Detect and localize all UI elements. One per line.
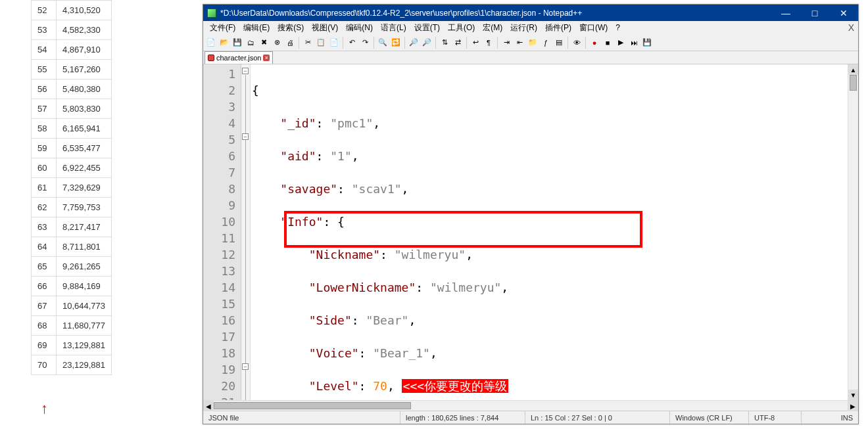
menu-bar[interactable]: 文件(F) 编辑(E) 搜索(S) 视图(V) 编码(N) 语言(L) 设置(T… bbox=[203, 21, 858, 34]
save-all-icon[interactable]: 🗂 bbox=[245, 37, 256, 49]
level-cell: 54 bbox=[32, 40, 57, 60]
outdent-icon[interactable]: ⇤ bbox=[514, 37, 525, 49]
menu-window[interactable]: 窗口(W) bbox=[575, 21, 612, 35]
line-number: 14 bbox=[203, 279, 241, 296]
show-all-icon[interactable]: ¶ bbox=[483, 37, 494, 49]
line-number: 16 bbox=[203, 312, 241, 328]
copy-icon[interactable]: 📋 bbox=[315, 37, 327, 49]
status-insert-mode[interactable]: INS bbox=[836, 411, 858, 424]
line-number: 1 bbox=[203, 66, 241, 82]
menu-language[interactable]: 语言(L) bbox=[377, 21, 410, 35]
menu-encoding[interactable]: 编码(N) bbox=[342, 21, 377, 35]
paste-icon[interactable]: 📄 bbox=[328, 37, 340, 49]
line-number: 7 bbox=[203, 164, 241, 181]
monitor-icon[interactable]: 👁 bbox=[571, 37, 583, 49]
scroll-thumb[interactable] bbox=[850, 75, 857, 91]
open-file-icon[interactable]: 📂 bbox=[218, 37, 230, 49]
menu-close-icon[interactable]: X bbox=[848, 22, 854, 33]
horizontal-scrollbar[interactable]: ◀ ▶ bbox=[203, 400, 858, 411]
xp-cell: 8,217,417 bbox=[57, 217, 112, 237]
cut-icon[interactable]: ✂ bbox=[302, 37, 314, 49]
wrap-icon[interactable]: ↩ bbox=[470, 37, 481, 49]
record-icon[interactable]: ● bbox=[589, 37, 600, 49]
indent-icon[interactable]: ⇥ bbox=[500, 37, 512, 49]
line-number: 8 bbox=[203, 181, 241, 197]
scroll-up-icon[interactable]: ▲ bbox=[848, 64, 858, 75]
file-tab[interactable]: character.json × bbox=[205, 51, 273, 64]
menu-view[interactable]: 视图(V) bbox=[308, 21, 342, 35]
menu-file[interactable]: 文件(F) bbox=[206, 21, 239, 35]
menu-search[interactable]: 搜索(S) bbox=[274, 21, 308, 35]
scroll-down-icon[interactable]: ▼ bbox=[848, 390, 858, 400]
close-file-icon[interactable]: ✖ bbox=[258, 37, 270, 49]
zoom-in-icon[interactable]: 🔎 bbox=[408, 37, 420, 49]
table-row: 544,867,910 bbox=[32, 40, 112, 60]
level-cell: 56 bbox=[32, 79, 57, 99]
level-cell: 53 bbox=[32, 20, 57, 40]
menu-macro[interactable]: 宏(M) bbox=[479, 21, 506, 35]
xp-cell: 5,167,260 bbox=[57, 60, 112, 79]
table-row: 586,165,941 bbox=[32, 119, 112, 139]
xp-cell: 11,680,777 bbox=[57, 316, 112, 336]
find-icon[interactable]: 🔍 bbox=[377, 37, 389, 49]
stop-icon[interactable]: ■ bbox=[602, 37, 614, 49]
fold-box-icon[interactable]: − bbox=[242, 363, 249, 370]
save-icon[interactable]: 💾 bbox=[231, 37, 243, 49]
play-icon[interactable]: ▶ bbox=[615, 37, 627, 49]
editor-area[interactable]: 123456789101112131415161718192021 − − − … bbox=[203, 64, 858, 400]
redo-icon[interactable]: ↷ bbox=[359, 37, 371, 49]
menu-tools[interactable]: 工具(O) bbox=[444, 21, 479, 35]
doc-map-icon[interactable]: ▤ bbox=[553, 37, 565, 49]
close-button[interactable]: ✕ bbox=[829, 5, 858, 21]
app-icon bbox=[207, 9, 216, 18]
replace-icon[interactable]: 🔁 bbox=[390, 37, 402, 49]
print-icon[interactable]: 🖨 bbox=[284, 37, 296, 49]
code-area[interactable]: { "_id": "pmc1", "aid": "1", "savage": "… bbox=[251, 64, 848, 400]
fold-margin[interactable]: − − − bbox=[241, 64, 251, 400]
arrow-up-icon: ↑ bbox=[41, 400, 48, 417]
zoom-out-icon[interactable]: 🔎 bbox=[421, 37, 433, 49]
sync-v-icon[interactable]: ⇅ bbox=[439, 37, 450, 49]
sync-h-icon[interactable]: ⇄ bbox=[452, 37, 464, 49]
menu-run[interactable]: 运行(R) bbox=[506, 21, 541, 35]
status-eol[interactable]: Windows (CR LF) bbox=[670, 411, 749, 424]
code-line: "_id": "pmc1", bbox=[251, 115, 848, 131]
save-macro-icon[interactable]: 💾 bbox=[641, 37, 653, 49]
line-number: 9 bbox=[203, 197, 241, 214]
scroll-right-icon[interactable]: ▶ bbox=[848, 401, 858, 411]
line-number: 2 bbox=[203, 82, 241, 99]
minimize-button[interactable]: — bbox=[771, 5, 800, 21]
undo-icon[interactable]: ↶ bbox=[346, 37, 358, 49]
menu-settings[interactable]: 设置(T) bbox=[410, 21, 444, 35]
close-all-icon[interactable]: ⊗ bbox=[271, 37, 283, 49]
line-number: 5 bbox=[203, 131, 241, 148]
fold-box-icon[interactable]: − bbox=[242, 133, 249, 140]
play-multi-icon[interactable]: ⏭ bbox=[628, 37, 640, 49]
line-number: 21 bbox=[203, 394, 241, 400]
menu-help[interactable]: ? bbox=[612, 22, 624, 34]
hscroll-thumb[interactable] bbox=[214, 402, 411, 409]
level-cell: 65 bbox=[32, 257, 57, 277]
table-row: 6913,129,881 bbox=[32, 336, 112, 355]
vertical-scrollbar[interactable]: ▲ ▼ bbox=[848, 64, 858, 400]
code-line: "Level": 70, <<<你要更改的等级 bbox=[251, 378, 848, 394]
fold-box-icon[interactable]: − bbox=[242, 68, 249, 74]
title-bar[interactable]: *D:\UserData\Downloads\Compressed\tkf0.1… bbox=[203, 5, 858, 21]
status-encoding[interactable]: UTF-8 bbox=[749, 411, 802, 424]
xp-cell: 7,759,753 bbox=[57, 198, 112, 217]
folder-icon[interactable]: 📁 bbox=[527, 37, 539, 49]
menu-edit[interactable]: 编辑(E) bbox=[239, 21, 274, 35]
function-list-icon[interactable]: ƒ bbox=[540, 37, 552, 49]
maximize-button[interactable]: □ bbox=[800, 5, 829, 21]
xp-cell: 23,129,881 bbox=[57, 355, 112, 375]
line-number: 20 bbox=[203, 378, 241, 394]
level-cell: 60 bbox=[32, 158, 57, 178]
level-cell: 64 bbox=[32, 237, 57, 257]
xp-cell: 9,261,265 bbox=[57, 257, 112, 277]
new-file-icon[interactable]: 📄 bbox=[205, 37, 217, 49]
scroll-left-icon[interactable]: ◀ bbox=[203, 401, 214, 411]
window-title: *D:\UserData\Downloads\Compressed\tkf0.1… bbox=[220, 9, 771, 18]
tab-close-icon[interactable]: × bbox=[263, 55, 270, 61]
menu-plugins[interactable]: 插件(P) bbox=[541, 21, 575, 35]
level-cell: 55 bbox=[32, 60, 57, 79]
